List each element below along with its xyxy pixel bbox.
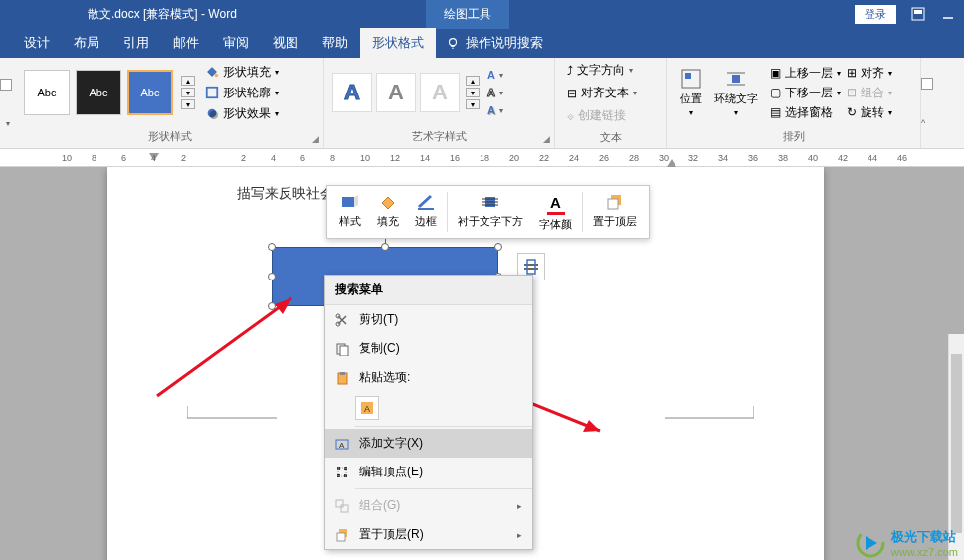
group-button[interactable]: ⊡组合▾ xyxy=(847,85,892,101)
wrap-text-button[interactable]: 环绕文字▾ xyxy=(708,68,764,117)
group-icon xyxy=(333,498,351,514)
dialog-launcher-icon[interactable]: ◢ xyxy=(312,134,319,144)
collapse-ribbon-icon[interactable]: ^ xyxy=(921,118,937,128)
svg-rect-11 xyxy=(685,73,691,79)
shape-fill-button[interactable]: 形状填充▾ xyxy=(205,64,279,81)
minimize-icon[interactable] xyxy=(940,6,956,22)
ruler-tick: 28 xyxy=(629,153,639,163)
align-text-button[interactable]: ⊟对齐文本▾ xyxy=(567,85,637,101)
group-label: 排列 xyxy=(783,130,805,142)
vertical-scrollbar[interactable] xyxy=(948,334,964,560)
login-button[interactable]: 登录 xyxy=(855,5,896,24)
style-thumb-3[interactable]: Abc xyxy=(127,70,173,115)
svg-marker-23 xyxy=(583,420,600,432)
shape-style-gallery[interactable]: Abc Abc Abc ▴▾▾ xyxy=(24,70,195,115)
dialog-launcher-icon[interactable]: ◢ xyxy=(543,134,550,144)
shape-effects-button[interactable]: 形状效果▾ xyxy=(205,105,279,122)
style-thumb-2[interactable]: Abc xyxy=(76,70,121,115)
ruler-tick: 8 xyxy=(330,153,335,163)
wrap-icon xyxy=(725,68,747,90)
rotate-button[interactable]: ↻旋转▾ xyxy=(847,104,892,121)
ribbon-edge-left: ▾ xyxy=(0,58,16,148)
watermark-title: 极光下载站 xyxy=(891,528,958,546)
svg-line-20 xyxy=(157,298,291,396)
menu-bring-front[interactable]: 置于顶层(R) ▸ xyxy=(325,520,532,549)
svg-point-3 xyxy=(450,39,457,46)
style-thumb-1[interactable]: Abc xyxy=(24,70,70,115)
create-link-button[interactable]: ⟐创建链接 xyxy=(567,107,637,124)
svg-text:A: A xyxy=(364,404,370,414)
scrollbar-thumb[interactable] xyxy=(951,354,962,533)
ruler-tick: 16 xyxy=(450,153,460,163)
wordart-thumb-1[interactable]: A xyxy=(332,73,372,112)
resize-handle-n[interactable] xyxy=(381,243,389,251)
menu-cut[interactable]: 剪切(T) xyxy=(325,305,532,334)
shape-outline-button[interactable]: 形状轮廓▾ xyxy=(205,85,279,101)
ribbon-edge-right: ^ xyxy=(921,58,937,148)
mini-font-color-button[interactable]: A 字体颜 xyxy=(531,190,580,234)
tab-design[interactable]: 设计 xyxy=(12,28,62,58)
tab-mailings[interactable]: 邮件 xyxy=(161,28,211,58)
wordart-gallery-more[interactable]: ▴▾▾ xyxy=(466,73,480,112)
mini-wrap-button[interactable]: 衬于文字下方 xyxy=(450,190,531,234)
rotate-icon: ↻ xyxy=(847,105,857,119)
style-gallery-more[interactable]: ▴▾▾ xyxy=(181,70,195,115)
watermark-url: www.xz7.com xyxy=(891,546,958,558)
send-backward-button[interactable]: ▢下移一层▾ xyxy=(770,85,841,101)
outline-icon xyxy=(415,192,437,212)
resize-handle-nw[interactable] xyxy=(268,243,276,251)
context-menu: 搜索菜单 剪切(T) 复制(C) 粘贴选项: A A 添加文字(X) 编辑顶点(… xyxy=(324,275,533,550)
svg-rect-18 xyxy=(524,268,538,270)
mini-outline-button[interactable]: 边框 xyxy=(407,190,445,234)
selection-pane-button[interactable]: ▤选择窗格 xyxy=(770,104,841,121)
horizontal-ruler[interactable]: 1086422468101214161820222426283032343638… xyxy=(0,149,964,167)
tab-view[interactable]: 视图 xyxy=(261,28,310,58)
align-button[interactable]: ⊞对齐▾ xyxy=(847,65,892,82)
tab-shape-format[interactable]: 形状格式 xyxy=(360,28,436,58)
resize-handle-sw[interactable] xyxy=(268,302,276,310)
text-effects-button[interactable]: A▾ xyxy=(487,104,503,116)
mini-style-button[interactable]: 样式 xyxy=(331,190,369,234)
mini-fill-button[interactable]: 填充 xyxy=(369,190,407,234)
paint-bucket-icon xyxy=(205,65,219,79)
menu-edit-points[interactable]: 编辑顶点(E) xyxy=(325,458,532,486)
size-icon[interactable] xyxy=(921,78,933,90)
wordart-gallery[interactable]: A A A ▴▾▾ xyxy=(332,73,480,112)
bring-forward-button[interactable]: ▣上移一层▾ xyxy=(770,65,841,82)
wordart-thumb-3[interactable]: A xyxy=(420,73,460,112)
tell-me-search[interactable]: 操作说明搜索 xyxy=(446,34,543,52)
menu-copy[interactable]: 复制(C) xyxy=(325,334,532,363)
menu-add-text[interactable]: A 添加文字(X) xyxy=(325,429,532,458)
resize-handle-ne[interactable] xyxy=(494,243,502,251)
wordart-thumb-2[interactable]: A xyxy=(376,73,416,112)
svg-rect-48 xyxy=(336,500,343,507)
tab-help[interactable]: 帮助 xyxy=(310,28,360,58)
group-arrange: 位置▾ 环绕文字▾ ▣上移一层▾ ▢下移一层▾ ▤选择窗格 ⊞对齐▾ ⊡组合▾ … xyxy=(667,58,921,148)
mini-bring-front-button[interactable]: 置于顶层 xyxy=(585,190,645,234)
ribbon-options-icon[interactable] xyxy=(910,6,926,22)
text-direction-button[interactable]: ⤴文字方向▾ xyxy=(567,62,637,79)
group-shape-styles: Abc Abc Abc ▴▾▾ 形状填充▾ 形状轮廓▾ 形状效果▾ xyxy=(16,58,324,148)
tab-review[interactable]: 审阅 xyxy=(211,28,261,58)
svg-text:A: A xyxy=(339,441,345,450)
paste-options-row: A xyxy=(325,392,532,424)
text-outline-button[interactable]: A▾ xyxy=(487,87,503,98)
ribbon-tabs: 设计 布局 引用 邮件 审阅 视图 帮助 形状格式 操作说明搜索 xyxy=(0,28,964,58)
svg-rect-24 xyxy=(342,197,354,207)
bring-front-icon xyxy=(333,527,351,543)
style-icon xyxy=(339,192,361,212)
ruler-tick: 30 xyxy=(659,153,669,163)
edge-drop[interactable]: ▾ xyxy=(0,119,16,128)
cut-icon xyxy=(333,312,351,328)
resize-handle-w[interactable] xyxy=(268,273,276,280)
position-button[interactable]: 位置▾ xyxy=(675,68,708,117)
ruler-tick: 24 xyxy=(569,153,579,163)
text-fill-button[interactable]: A▾ xyxy=(487,69,503,81)
edge-icon[interactable] xyxy=(0,79,12,91)
paste-option-1[interactable]: A xyxy=(355,396,379,420)
tab-layout[interactable]: 布局 xyxy=(62,28,111,58)
svg-point-6 xyxy=(215,74,219,78)
edit-points-icon xyxy=(333,465,351,480)
tab-references[interactable]: 引用 xyxy=(111,28,161,58)
paste-icon xyxy=(333,370,351,386)
